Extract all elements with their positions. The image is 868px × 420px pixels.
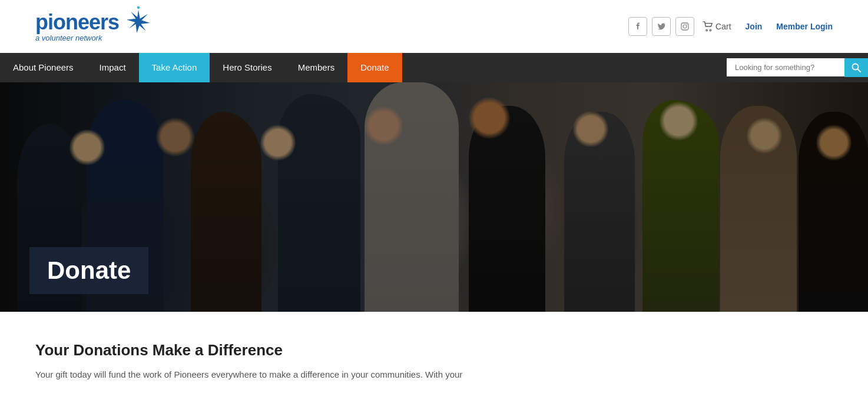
svg-rect-2 — [681, 23, 688, 30]
svg-line-8 — [858, 69, 861, 72]
nav-members[interactable]: Members — [285, 53, 348, 82]
svg-marker-0 — [127, 9, 150, 33]
social-icons — [628, 17, 694, 36]
cart-icon — [703, 21, 713, 32]
nav-impact[interactable]: Impact — [87, 53, 139, 82]
join-link[interactable]: Join — [746, 22, 763, 31]
svg-point-5 — [706, 29, 708, 31]
svg-point-1 — [137, 6, 140, 9]
header-right: Cart Join Member Login — [628, 17, 833, 36]
content-section: Your Donations Make a Difference Your gi… — [0, 312, 707, 399]
hero-title-box: Donate — [29, 247, 148, 294]
nav-donate[interactable]: Donate — [347, 53, 402, 82]
logo-subtitle: a volunteer network — [35, 34, 119, 42]
hero-title: Donate — [47, 256, 131, 285]
main-navbar: About Pioneers Impact Take Action Hero S… — [0, 53, 868, 82]
instagram-icon[interactable] — [675, 17, 694, 36]
site-header: pioneers a volunteer network — [0, 0, 868, 53]
search-area — [727, 53, 868, 82]
svg-point-6 — [710, 29, 711, 31]
nav-about-pioneers[interactable]: About Pioneers — [0, 53, 87, 82]
search-icon — [852, 63, 861, 72]
member-login-link[interactable]: Member Login — [776, 22, 833, 31]
content-heading: Your Donations Make a Difference — [35, 341, 671, 359]
hero-section: Donate — [0, 82, 868, 312]
logo-brand: pioneers — [35, 11, 119, 34]
logo-area: pioneers a volunteer network — [35, 11, 154, 42]
content-body: Your gift today will fund the work of Pi… — [35, 368, 671, 382]
search-button[interactable] — [844, 58, 868, 77]
svg-point-3 — [683, 25, 687, 28]
nav-take-action[interactable]: Take Action — [139, 53, 210, 82]
cart-label: Cart — [715, 22, 731, 31]
logo-text: pioneers a volunteer network — [35, 11, 119, 42]
logo-star-icon — [122, 6, 154, 41]
cart-area[interactable]: Cart — [703, 21, 731, 32]
nav-hero-stories[interactable]: Hero Stories — [210, 53, 284, 82]
twitter-icon[interactable] — [652, 17, 671, 36]
svg-point-4 — [687, 24, 688, 25]
search-input[interactable] — [727, 58, 844, 76]
facebook-icon[interactable] — [628, 17, 647, 36]
